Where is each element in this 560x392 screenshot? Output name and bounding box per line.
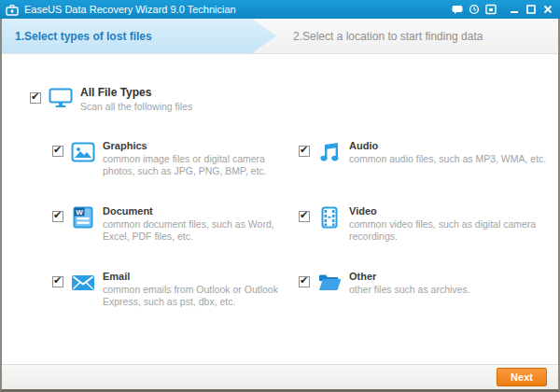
window-body: 1.Select types of lost files 2.Select a …: [0, 19, 560, 392]
video-title: Video: [349, 205, 560, 217]
audio-description: common audio files, such as MP3, WMA, et…: [349, 153, 560, 165]
other-text: Other other files such as archives.: [349, 271, 560, 336]
email-description: common emails from Outlook or Outlook Ex…: [103, 284, 299, 308]
file-type-video: Video common video files, such as digita…: [299, 205, 560, 271]
tray-window-icon[interactable]: [483, 3, 497, 17]
other-description: other files such as archives.: [349, 284, 560, 296]
video-text: Video common video files, such as digita…: [349, 205, 560, 271]
graphics-text: Graphics common image files or digital c…: [103, 140, 299, 205]
email-title: Email: [103, 271, 299, 282]
envelope-icon: [71, 272, 95, 294]
wizard-steps: 1.Select types of lost files 2.Select a …: [2, 19, 558, 54]
graphics-title: Graphics: [103, 140, 299, 151]
all-file-types-title: All File Types: [80, 86, 192, 99]
svg-text:W: W: [76, 208, 83, 217]
titlebar: EaseUS Data Recovery Wizard 9.0 Technici…: [0, 0, 560, 19]
monitor-icon: [49, 88, 73, 108]
all-file-types-checkbox[interactable]: [30, 92, 41, 104]
audio-title: Audio: [349, 140, 560, 151]
graphics-checkbox[interactable]: [52, 146, 63, 157]
all-file-types-subtitle: Scan all the following files: [80, 101, 192, 112]
file-type-audio: Audio common audio files, such as MP3, W…: [299, 140, 560, 205]
picture-icon: [71, 141, 95, 163]
step-1-label: 1.Select types of lost files: [15, 30, 152, 43]
app-window: EaseUS Data Recovery Wizard 9.0 Technici…: [0, 0, 560, 392]
footer-bar: Next: [2, 364, 558, 389]
step-tab-2: 2.Select a location to start finding dat…: [293, 19, 483, 53]
file-type-other: Other other files such as archives.: [299, 271, 560, 336]
document-text: Document common document files, such as …: [103, 205, 299, 271]
maximize-button[interactable]: [524, 3, 538, 17]
video-description: common video files, such as digital came…: [349, 218, 560, 243]
history-clock-icon[interactable]: [467, 3, 481, 17]
all-file-types-text: All File Types Scan all the following fi…: [80, 86, 192, 112]
window-title: EaseUS Data Recovery Wizard 9.0 Technici…: [24, 4, 447, 15]
word-document-icon: W: [71, 206, 95, 229]
step-2-label: 2.Select a location to start finding dat…: [293, 30, 483, 43]
next-button[interactable]: Next: [497, 368, 547, 386]
document-title: Document: [103, 205, 299, 217]
video-checkbox[interactable]: [299, 211, 310, 222]
audio-checkbox[interactable]: [299, 146, 310, 157]
file-type-email: Email common emails from Outlook or Outl…: [52, 271, 299, 336]
graphics-description: common image files or digital camera pho…: [103, 153, 299, 177]
music-notes-icon: [317, 141, 342, 163]
folder-icon: [317, 272, 342, 294]
minimize-button[interactable]: [507, 3, 521, 17]
file-type-document: W Document common document files, such a…: [52, 205, 299, 271]
other-checkbox[interactable]: [299, 276, 310, 287]
audio-text: Audio common audio files, such as MP3, W…: [349, 140, 560, 205]
document-checkbox[interactable]: [52, 211, 63, 222]
app-toolbox-icon: [6, 4, 19, 16]
all-file-types-row: All File Types Scan all the following fi…: [30, 86, 192, 112]
document-description: common document files, such as Word, Exc…: [103, 218, 299, 243]
step-tab-1: 1.Select types of lost files: [2, 19, 276, 53]
other-title: Other: [349, 271, 560, 282]
email-text: Email common emails from Outlook or Outl…: [103, 271, 299, 336]
email-checkbox[interactable]: [52, 276, 63, 287]
filmstrip-icon: [317, 206, 342, 229]
chat-icon[interactable]: [450, 3, 464, 17]
file-type-grid: Graphics common image files or digital c…: [52, 140, 560, 336]
content-area: All File Types Scan all the following fi…: [2, 54, 558, 364]
close-button[interactable]: [540, 3, 554, 17]
file-type-graphics: Graphics common image files or digital c…: [52, 140, 299, 205]
